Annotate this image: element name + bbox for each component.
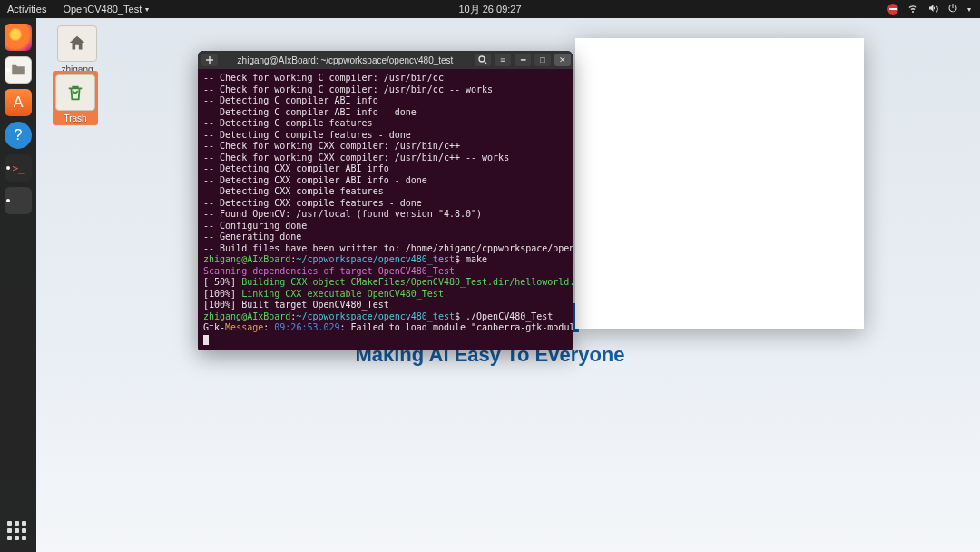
home-folder-icon[interactable]: zhigang [53,25,102,74]
trash-label: Trash [55,113,95,123]
new-tab-icon[interactable] [201,54,218,66]
dock: A ? >_ [0,18,36,552]
clock[interactable]: 10月 26 09:27 [458,3,521,16]
app-menu-label: OpenCV480_Test [63,4,142,15]
hamburger-menu-icon[interactable]: ≡ [495,54,511,66]
minimize-button[interactable]: ━ [514,54,531,66]
power-icon[interactable] [947,3,958,15]
software-center-launcher[interactable]: A [5,89,32,116]
wifi-icon[interactable] [907,3,918,15]
maximize-button[interactable]: □ [534,54,551,66]
terminal-titlebar[interactable]: zhigang@AIxBoard: ~/cppworkspace/opencv4… [198,51,573,69]
firefox-launcher[interactable] [5,24,32,51]
help-launcher[interactable]: ? [5,122,32,149]
show-applications-button[interactable] [7,521,29,543]
app-menu[interactable]: OpenCV480_Test ▾ [63,4,149,15]
volume-icon[interactable] [927,3,938,15]
top-panel: Activities OpenCV480_Test ▾ 10月 26 09:27… [0,0,980,18]
opencv-output-window[interactable] [575,38,864,329]
chevron-down-icon: ▾ [145,5,149,14]
system-menu-chevron-icon[interactable]: ▾ [967,5,971,14]
svg-point-0 [479,56,485,62]
search-icon[interactable] [475,54,491,66]
terminal-window[interactable]: zhigang@AIxBoard: ~/cppworkspace/opencv4… [198,51,573,350]
close-button[interactable]: ✕ [554,54,571,66]
terminal-title: zhigang@AIxBoard: ~/cppworkspace/opencv4… [218,55,473,65]
activities-button[interactable]: Activities [7,4,46,15]
trash-icon[interactable]: Trash [51,71,100,125]
do-not-disturb-icon[interactable] [887,4,898,15]
terminal-body[interactable]: -- Check for working C compiler: /usr/bi… [198,69,573,350]
